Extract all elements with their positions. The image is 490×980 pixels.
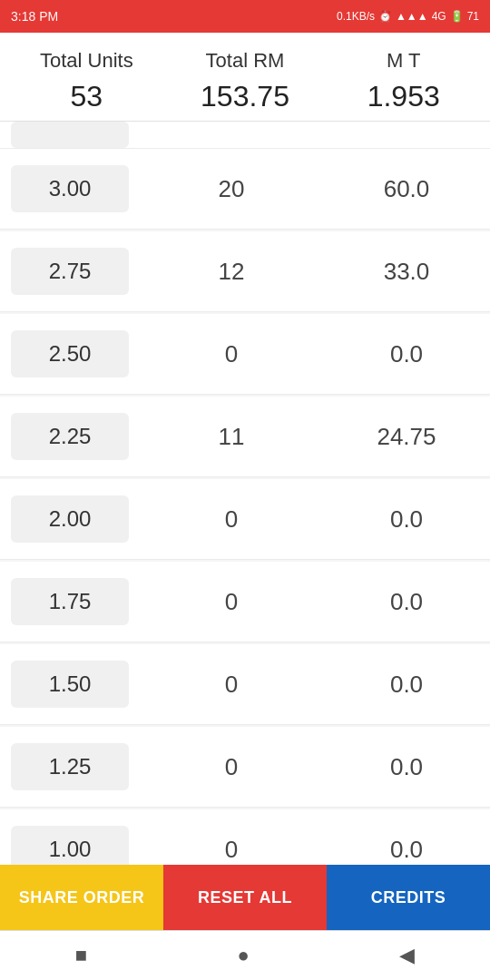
total-units-col: Total Units 53 — [7, 49, 166, 113]
qty-cell: 0 — [129, 671, 334, 699]
reset-all-button[interactable]: RESET ALL — [163, 865, 327, 930]
total-cell: 0.0 — [334, 753, 479, 781]
mt-col: M T 1.953 — [324, 49, 483, 113]
total-cell: 0.0 — [334, 505, 479, 534]
qty-cell: 0 — [129, 340, 334, 368]
lte-icon: 4G — [432, 10, 446, 23]
total-units-value: 53 — [71, 80, 103, 113]
stop-button[interactable]: ■ — [75, 944, 87, 967]
table-row[interactable]: 1.50 0 0.0 — [0, 644, 490, 725]
credits-button[interactable]: CREDITS — [327, 865, 490, 930]
price-cell: 2.50 — [11, 330, 129, 377]
alarm-icon: ⏰ — [378, 10, 392, 23]
navigation-bar: ■ ● ◀ — [0, 930, 490, 980]
qty-cell: 20 — [129, 175, 334, 203]
price-cell: 2.25 — [11, 413, 129, 460]
price-rows-container: 3.00 20 60.0 2.75 12 33.0 2.50 0 0.0 2.2… — [0, 122, 490, 890]
battery-icon: 🔋 — [450, 10, 464, 23]
mt-label: M T — [387, 49, 420, 73]
share-order-button[interactable]: SHARE ORDER — [0, 865, 163, 930]
qty-cell: 0 — [129, 836, 334, 864]
signal-icon: ▲▲▲ — [396, 10, 428, 23]
total-cell: 0.0 — [334, 671, 479, 699]
status-time: 3:18 PM — [11, 9, 58, 24]
summary-header: Total Units 53 Total RM 153.75 M T 1.953 — [0, 33, 490, 122]
total-rm-value: 153.75 — [201, 80, 289, 113]
price-cell: 1.50 — [11, 661, 129, 708]
total-cell: 0.0 — [334, 836, 479, 864]
total-units-label: Total Units — [40, 49, 133, 73]
status-bar: 3:18 PM 0.1KB/s ⏰ ▲▲▲ 4G 🔋 71 — [0, 0, 490, 33]
mt-value: 1.953 — [368, 80, 440, 113]
total-cell: 24.75 — [334, 423, 479, 451]
time-display: 3:18 PM — [11, 9, 58, 24]
back-button[interactable]: ◀ — [399, 944, 415, 967]
partial-price — [11, 122, 129, 148]
total-cell: 60.0 — [334, 175, 479, 203]
home-button[interactable]: ● — [238, 944, 250, 967]
table-row[interactable]: 2.00 0 0.0 — [0, 479, 490, 560]
table-row[interactable]: 3.00 20 60.0 — [0, 149, 490, 230]
qty-cell: 11 — [129, 423, 334, 451]
price-cell: 2.75 — [11, 248, 129, 295]
total-cell: 0.0 — [334, 588, 479, 616]
network-speed: 0.1KB/s — [337, 10, 375, 23]
price-cell: 1.75 — [11, 578, 129, 625]
table-row[interactable]: 1.25 0 0.0 — [0, 727, 490, 808]
total-cell: 0.0 — [334, 340, 479, 368]
table-row[interactable]: 1.75 0 0.0 — [0, 562, 490, 642]
battery-level: 71 — [467, 10, 479, 23]
status-icons: 0.1KB/s ⏰ ▲▲▲ 4G 🔋 71 — [337, 10, 479, 23]
price-cell: 2.00 — [11, 495, 129, 543]
total-rm-label: Total RM — [206, 49, 285, 73]
qty-cell: 12 — [129, 258, 334, 286]
qty-cell: 0 — [129, 588, 334, 616]
table-row[interactable]: 2.75 12 33.0 — [0, 231, 490, 312]
total-rm-col: Total RM 153.75 — [166, 49, 325, 113]
table-row[interactable]: 2.25 11 24.75 — [0, 397, 490, 477]
qty-cell: 0 — [129, 753, 334, 781]
total-cell: 33.0 — [334, 258, 479, 286]
table-row[interactable]: 2.50 0 0.0 — [0, 314, 490, 395]
price-cell: 3.00 — [11, 165, 129, 212]
row-partial — [0, 122, 490, 149]
price-cell: 1.25 — [11, 743, 129, 790]
qty-cell: 0 — [129, 505, 334, 534]
bottom-action-bar: SHARE ORDER RESET ALL CREDITS — [0, 865, 490, 930]
